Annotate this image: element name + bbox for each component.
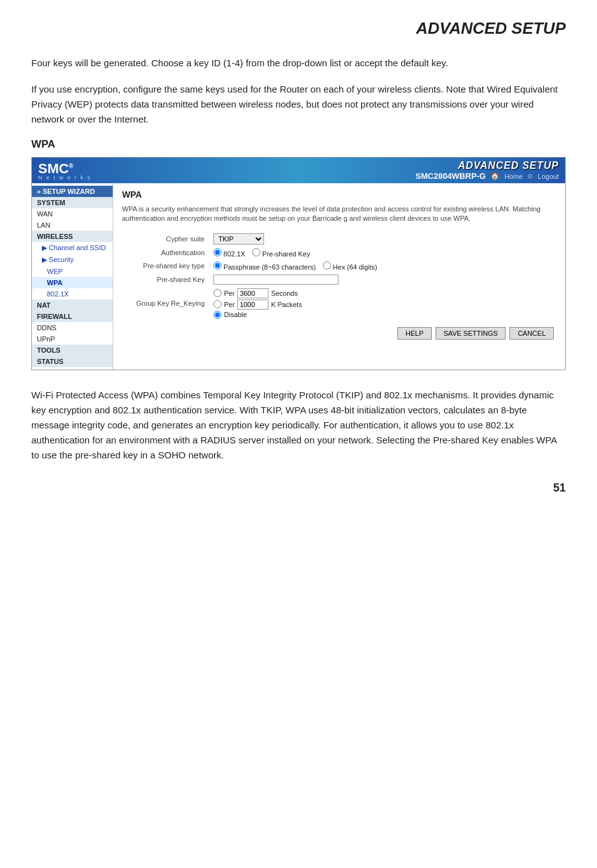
gkr-1000-input[interactable] [237, 300, 268, 310]
cypher-suite-row: Cypher suite TKIP AES TKIP+AES [122, 231, 556, 246]
logout-link[interactable]: Logout [538, 173, 559, 180]
sidebar-item-system[interactable]: SYSTEM [32, 197, 113, 208]
group-key-rekeying-row: Group Key Re_Keying Per Seconds [122, 286, 556, 321]
router-buttons: HELP SAVE SETTINGS CANCEL [122, 327, 556, 340]
wpa-content-title: WPA [122, 189, 556, 199]
gkr-disable-radio[interactable] [213, 311, 222, 319]
save-settings-button[interactable]: SAVE SETTINGS [436, 327, 506, 340]
intro-para2: If you use encryption, configure the sam… [31, 82, 566, 127]
help-button[interactable]: HELP [397, 327, 432, 340]
arrow-icon-security: ▶ [42, 256, 49, 263]
cypher-suite-select[interactable]: TKIP AES TKIP+AES [213, 233, 264, 245]
auth-preshared-radio[interactable] [252, 248, 260, 256]
arrow-icon: ▶ [42, 244, 49, 251]
wpa-description: WPA is a security enhancement that stron… [122, 204, 556, 224]
gkr-3600-radio[interactable] [213, 289, 222, 297]
cancel-button[interactable]: CANCEL [509, 327, 554, 340]
psk-passphrase-radio[interactable] [213, 261, 222, 270]
router-model: SMC2804WBRP-G [416, 171, 486, 181]
group-key-rekeying-value-cell: Per Seconds Per K Packets [210, 286, 556, 321]
page-number: 51 [31, 482, 566, 495]
gkr-per-1000-row: Per K Packets [213, 300, 553, 310]
psk-hex-label[interactable]: Hex (64 digits) [323, 263, 377, 271]
gkr-disable-row: Disable [213, 311, 553, 319]
auth-8021x-label[interactable]: 802.1X [213, 250, 247, 258]
router-sidebar: » SETUP WIZARD SYSTEM WAN LAN WIRELESS ▶… [32, 183, 113, 370]
home-icon: 🏠 [491, 172, 499, 180]
advanced-setup-title: ADVANCED SETUP [458, 160, 559, 171]
sidebar-item-8021x[interactable]: 802.1X [32, 288, 113, 300]
psk-passphrase-label[interactable]: Passphrase (8~63 characters) [213, 263, 318, 271]
wpa-section-heading: WPA [31, 138, 566, 151]
psk-type-value-cell: Passphrase (8~63 characters) Hex (64 dig… [210, 260, 556, 273]
sidebar-item-security[interactable]: ▶ Security [32, 254, 113, 266]
sidebar-item-wpa[interactable]: WPA [32, 277, 113, 288]
router-ui-box: SMC® N e t w o r k s ADVANCED SETUP SMC2… [31, 157, 566, 370]
authentication-label: Authentication [122, 246, 210, 260]
group-key-rekeying-label: Group Key Re_Keying [122, 286, 210, 321]
preshared-key-label: Pre-shared Key [122, 273, 210, 286]
router-model-bar: SMC2804WBRP-G 🏠 Home ⊙ Logout [416, 171, 559, 181]
preshared-key-input[interactable] [213, 275, 339, 285]
intro-para1: Four keys will be generated. Choose a ke… [31, 56, 566, 71]
bottom-text: Wi-Fi Protected Access (WPA) combines Te… [31, 388, 566, 463]
sidebar-item-firewall[interactable]: FIREWALL [32, 311, 113, 322]
sidebar-item-wep[interactable]: WEP [32, 266, 113, 277]
gkr-per-3600-row: Per Seconds [213, 288, 553, 298]
router-main-content: WPA WPA is a security enhancement that s… [113, 183, 565, 370]
sidebar-item-channel-ssid[interactable]: ▶ Channel and SSID [32, 242, 113, 254]
router-header: SMC® N e t w o r k s ADVANCED SETUP SMC2… [32, 158, 565, 183]
sidebar-item-wireless[interactable]: WIRELESS [32, 231, 113, 242]
sidebar-item-lan[interactable]: LAN [32, 220, 113, 231]
sidebar-item-ddns[interactable]: DDNS [32, 322, 113, 333]
authentication-row: Authentication 802.1X Pre-shared Key [122, 246, 556, 260]
router-body: » SETUP WIZARD SYSTEM WAN LAN WIRELESS ▶… [32, 183, 565, 370]
cypher-suite-value-cell: TKIP AES TKIP+AES [210, 231, 556, 246]
psk-type-row: Pre-shared key type Passphrase (8~63 cha… [122, 260, 556, 273]
router-logo-area: SMC® N e t w o r k s [38, 161, 91, 181]
page-title: ADVANCED SETUP [31, 19, 566, 38]
psk-type-label: Pre-shared key type [122, 260, 210, 273]
smc-networks: N e t w o r k s [38, 174, 91, 181]
gkr-options: Per Seconds Per K Packets [213, 288, 553, 319]
preshared-key-value-cell [210, 273, 556, 286]
sidebar-item-upnp[interactable]: UPnP [32, 333, 113, 345]
psk-hex-radio[interactable] [323, 261, 331, 270]
router-header-right: ADVANCED SETUP SMC2804WBRP-G 🏠 Home ⊙ Lo… [416, 160, 559, 181]
sidebar-item-setup-wizard[interactable]: » SETUP WIZARD [32, 186, 113, 197]
cypher-suite-label: Cypher suite [122, 231, 210, 246]
sidebar-item-status[interactable]: STATUS [32, 356, 113, 367]
gkr-3600-input[interactable] [237, 288, 268, 298]
authentication-value-cell: 802.1X Pre-shared Key [210, 246, 556, 260]
preshared-key-row: Pre-shared Key [122, 273, 556, 286]
gkr-1000-radio[interactable] [213, 300, 222, 308]
auth-preshared-label[interactable]: Pre-shared Key [252, 250, 310, 258]
home-link[interactable]: Home [504, 173, 523, 180]
wpa-form: Cypher suite TKIP AES TKIP+AES Authentic… [122, 231, 556, 321]
auth-8021x-radio[interactable] [213, 248, 222, 256]
sidebar-item-tools[interactable]: TOOLS [32, 345, 113, 356]
sidebar-item-wan[interactable]: WAN [32, 208, 113, 220]
sidebar-item-nat[interactable]: NAT [32, 300, 113, 311]
